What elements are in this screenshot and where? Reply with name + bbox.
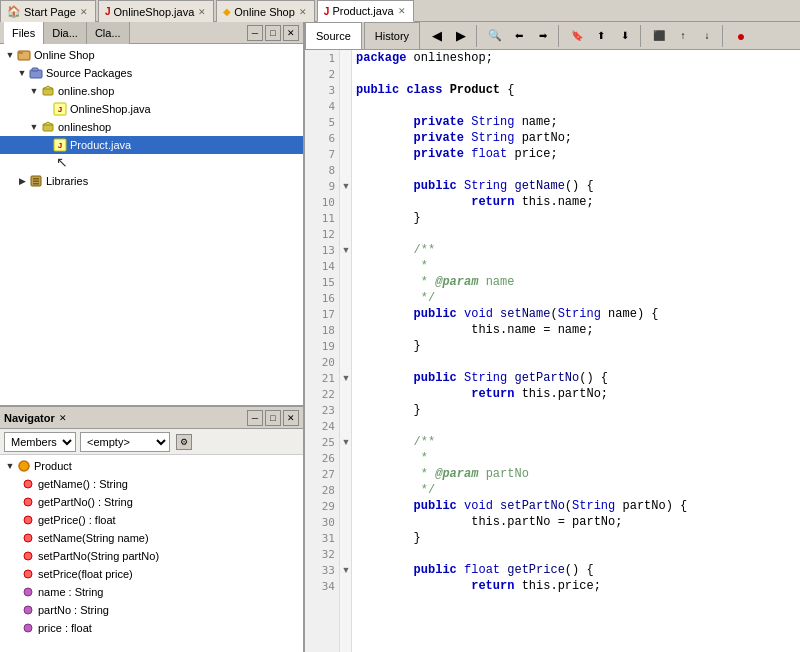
expand-arrow[interactable]: ▼ xyxy=(4,461,16,471)
fold-33[interactable]: ▼ xyxy=(340,562,352,578)
fold-12 xyxy=(340,226,352,242)
nav-member-getName[interactable]: getName() : String xyxy=(0,475,303,493)
nav-next-btn[interactable]: ➡ xyxy=(532,25,554,47)
fold-13[interactable]: ▼ xyxy=(340,242,352,258)
files-tree: ▼ Online Shop ▼ Source Packages xyxy=(0,44,303,405)
fold-5 xyxy=(340,114,352,130)
navigator-toolbar: Members <empty> ⚙ xyxy=(0,429,303,455)
maximize-nav-btn[interactable]: □ xyxy=(265,410,281,426)
fold-9[interactable]: ▼ xyxy=(340,178,352,194)
ln-29: 29 xyxy=(305,498,339,514)
fold-27 xyxy=(340,466,352,482)
home-icon: 🏠 xyxy=(7,5,21,18)
code-editor[interactable]: 1 2 3 4 5 6 7 8 9 10 11 12 13 14 15 16 1 xyxy=(305,50,800,652)
nav-field-partNo[interactable]: partNo : String xyxy=(0,601,303,619)
svg-point-21 xyxy=(24,552,32,560)
dia-tab[interactable]: Dia... xyxy=(44,22,87,44)
expand-arrow[interactable]: ▼ xyxy=(28,122,40,132)
code-line-4 xyxy=(356,98,796,114)
close-onlineshop-tab[interactable]: ✕ xyxy=(197,7,207,17)
fold-21[interactable]: ▼ xyxy=(340,370,352,386)
nav-member-setName[interactable]: setName(String name) xyxy=(0,529,303,547)
fold-25[interactable]: ▼ xyxy=(340,434,352,450)
nav-root-product[interactable]: ▼ Product xyxy=(0,457,303,475)
tree-item-onlineshop-java[interactable]: J OnlineShop.java xyxy=(0,100,303,118)
next-bookmark-btn[interactable]: ⬇ xyxy=(614,25,636,47)
sep3 xyxy=(640,25,644,47)
project-icon xyxy=(16,47,32,63)
java-file-icon-2: J xyxy=(324,6,330,17)
tree-item-libraries[interactable]: ▶ Libraries xyxy=(0,172,303,190)
tree-item-online-shop-pkg[interactable]: ▼ online.shop xyxy=(0,82,303,100)
ln-4: 4 xyxy=(305,98,339,114)
package-icon xyxy=(40,83,56,99)
ln-8: 8 xyxy=(305,162,339,178)
tree-item-onlineshop-pkg[interactable]: ▼ onlineshop xyxy=(0,118,303,136)
svg-point-24 xyxy=(24,606,32,614)
next-breakpoint-btn[interactable]: ↓ xyxy=(696,25,718,47)
source-tab-label: Source xyxy=(316,30,351,42)
tree-item-product-java[interactable]: J Product.java xyxy=(0,136,303,154)
ln-22: 22 xyxy=(305,386,339,402)
fold-29 xyxy=(340,498,352,514)
expand-arrow[interactable]: ▶ xyxy=(16,176,28,186)
nav-prev-btn[interactable]: ⬅ xyxy=(508,25,530,47)
cursor-icon: ↖ xyxy=(56,154,68,170)
tab-product-label: Product.java xyxy=(332,5,393,17)
code-line-18: this.name = name; xyxy=(356,322,796,338)
prev-breakpoint-btn[interactable]: ↑ xyxy=(672,25,694,47)
prev-bookmark-btn[interactable]: ⬆ xyxy=(590,25,612,47)
tree-item-source-packages[interactable]: ▼ Source Packages xyxy=(0,64,303,82)
close-nav-btn[interactable]: ✕ xyxy=(283,410,299,426)
editor-top-bar: Source History ◀ ▶ 🔍 ⬅ ➡ 🔖 ⬆ ⬇ xyxy=(305,22,800,50)
nav-member-setPartNo[interactable]: setPartNo(String partNo) xyxy=(0,547,303,565)
method-icon xyxy=(20,476,36,492)
back-btn[interactable]: ◀ xyxy=(426,25,448,47)
close-start-tab[interactable]: ✕ xyxy=(79,7,89,17)
tab-onlineshop-java[interactable]: J OnlineShop.java ✕ xyxy=(98,0,214,22)
cla-tab[interactable]: Cla... xyxy=(87,22,130,44)
run-btn[interactable]: ● xyxy=(730,25,752,47)
nav-member-getPartNo[interactable]: getPartNo() : String xyxy=(0,493,303,511)
expand-arrow[interactable]: ▼ xyxy=(16,68,28,78)
forward-btn[interactable]: ▶ xyxy=(450,25,472,47)
close-online-shop-tab[interactable]: ✕ xyxy=(298,7,308,17)
code-text-area[interactable]: package onlineshop; public class Product… xyxy=(352,50,800,652)
fold-14 xyxy=(340,258,352,274)
ln-27: 27 xyxy=(305,466,339,482)
tab-product-java[interactable]: J Product.java ✕ xyxy=(317,0,414,22)
files-tab[interactable]: Files xyxy=(4,22,44,44)
fold-31 xyxy=(340,530,352,546)
source-tab[interactable]: Source xyxy=(305,22,362,49)
tab-start-page[interactable]: 🏠 Start Page ✕ xyxy=(0,0,96,22)
expand-arrow[interactable]: ▼ xyxy=(28,86,40,96)
minimize-nav-btn[interactable]: ─ xyxy=(247,410,263,426)
expand-arrow[interactable]: ▼ xyxy=(4,50,16,60)
history-tab[interactable]: History xyxy=(364,22,420,49)
editor-panel: Source History ◀ ▶ 🔍 ⬅ ➡ 🔖 ⬆ ⬇ xyxy=(305,22,800,652)
members-dropdown[interactable]: Members xyxy=(4,432,76,452)
tree-item-online-shop[interactable]: ▼ Online Shop xyxy=(0,46,303,64)
close-files-btn[interactable]: ✕ xyxy=(283,25,299,41)
tab-online-shop[interactable]: ◆ Online Shop ✕ xyxy=(216,0,315,22)
nav-member-setPrice[interactable]: setPrice(float price) xyxy=(0,565,303,583)
navigator-title-x: ✕ xyxy=(59,413,67,423)
nav-field-name[interactable]: name : String xyxy=(0,583,303,601)
nav-settings-btn[interactable]: ⚙ xyxy=(176,434,192,450)
class-icon xyxy=(16,458,32,474)
ln-32: 32 xyxy=(305,546,339,562)
fold-30 xyxy=(340,514,352,530)
fold-22 xyxy=(340,386,352,402)
toggle-bookmarks-btn[interactable]: 🔖 xyxy=(566,25,588,47)
nav-member-getPrice[interactable]: getPrice() : float xyxy=(0,511,303,529)
cla-tab-label: Cla... xyxy=(95,27,121,39)
maximize-files-btn[interactable]: □ xyxy=(265,25,281,41)
toggle-breakpoint-btn[interactable]: ⬛ xyxy=(648,25,670,47)
close-product-tab[interactable]: ✕ xyxy=(397,6,407,16)
nav-member-setPrice-label: setPrice(float price) xyxy=(38,568,133,580)
ln-33: 33 xyxy=(305,562,339,578)
filter-dropdown[interactable]: <empty> xyxy=(80,432,170,452)
nav-field-price[interactable]: price : float xyxy=(0,619,303,637)
minimize-files-btn[interactable]: ─ xyxy=(247,25,263,41)
zoom-in-btn[interactable]: 🔍 xyxy=(484,25,506,47)
